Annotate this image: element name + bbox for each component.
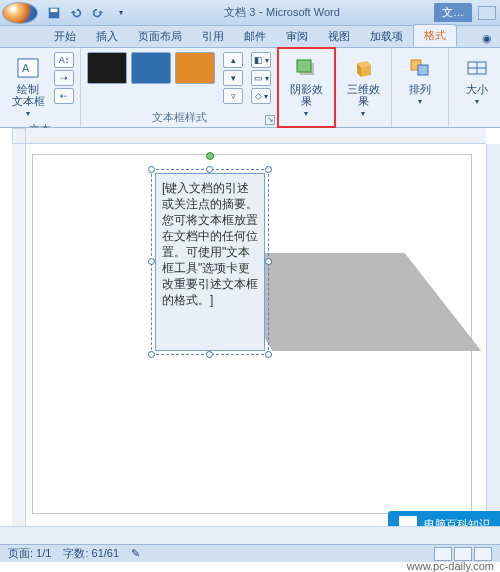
resize-handle-l[interactable] xyxy=(148,258,155,265)
qat-customize-icon[interactable] xyxy=(110,3,130,23)
arrange-icon xyxy=(405,55,435,81)
style-swatch-2[interactable] xyxy=(131,52,171,84)
resize-handle-bl[interactable] xyxy=(148,351,155,358)
shape-fill-button[interactable]: ◧ xyxy=(251,52,271,68)
title-bar: 文档 3 - Microsoft Word 文… xyxy=(0,0,500,26)
group-textbox-styles: ▴ ▾ ▿ ◧ ▭ ◇ 文本框样式 ↘ xyxy=(81,48,278,127)
svg-rect-5 xyxy=(297,60,311,72)
ruler-toggle-button[interactable] xyxy=(12,128,26,144)
chevron-down-icon: ▾ xyxy=(304,109,308,118)
resize-handle-b[interactable] xyxy=(206,351,213,358)
svg-marker-8 xyxy=(361,65,371,77)
create-link-button[interactable]: ⇢ xyxy=(54,70,74,86)
svg-rect-10 xyxy=(418,65,428,75)
group-arrange: 排列 ▾ xyxy=(392,48,449,127)
horizontal-ruler[interactable] xyxy=(26,128,486,144)
quick-access-toolbar xyxy=(44,3,130,23)
shape-outline-button[interactable]: ▭ xyxy=(251,70,271,86)
view-controls xyxy=(434,547,492,561)
tab-insert[interactable]: 插入 xyxy=(86,26,128,47)
ribbon-tabs: 开始 插入 页面布局 引用 邮件 审阅 视图 加载项 格式 ◉ xyxy=(0,26,500,48)
minimize-button[interactable] xyxy=(478,6,496,20)
app-name: Microsoft Word xyxy=(266,6,340,18)
status-bar: 页面: 1/1 字数: 61/61 ✎ xyxy=(0,544,500,562)
tab-home[interactable]: 开始 xyxy=(44,26,86,47)
draw-textbox-label: 绘制 文本框 xyxy=(12,83,45,107)
style-swatch-3[interactable] xyxy=(175,52,215,84)
styles-row-up-button[interactable]: ▴ xyxy=(223,52,243,68)
help-icon[interactable]: ◉ xyxy=(482,32,500,47)
resize-handle-br[interactable] xyxy=(265,351,272,358)
style-swatch-1[interactable] xyxy=(87,52,127,84)
size-icon xyxy=(462,55,492,81)
office-button[interactable] xyxy=(2,2,38,24)
tab-addins[interactable]: 加载项 xyxy=(360,26,413,47)
tab-references[interactable]: 引用 xyxy=(192,26,234,47)
styles-launcher-icon[interactable]: ↘ xyxy=(265,115,275,125)
horizontal-scrollbar[interactable] xyxy=(0,526,500,544)
save-icon[interactable] xyxy=(44,3,64,23)
status-words[interactable]: 字数: 61/61 xyxy=(63,546,119,561)
styles-row-down-button[interactable]: ▾ xyxy=(223,70,243,86)
arrange-button[interactable]: 排列 ▾ xyxy=(398,52,442,109)
chevron-down-icon: ▾ xyxy=(26,109,30,118)
group-3d-effects: 三维效果 ▾ xyxy=(335,48,392,127)
document-area: [键入文档的引述或关注点的摘要。您可将文本框放置在文档中的任何位置。可使用"文本… xyxy=(0,128,500,526)
group-shadow-effects: 阴影效果 ▾ xyxy=(278,48,335,127)
redo-icon[interactable] xyxy=(88,3,108,23)
view-print-layout-button[interactable] xyxy=(434,547,452,561)
chevron-down-icon: ▾ xyxy=(361,109,365,118)
shadow-icon xyxy=(291,55,321,81)
text-box[interactable]: [键入文档的引述或关注点的摘要。您可将文本框放置在文档中的任何位置。可使用"文本… xyxy=(155,173,265,351)
tab-review[interactable]: 审阅 xyxy=(276,26,318,47)
draw-textbox-button[interactable]: A 绘制 文本框 ▾ xyxy=(6,52,50,121)
3d-effects-label: 三维效果 xyxy=(344,83,382,107)
styles-more-button[interactable]: ▿ xyxy=(223,88,243,104)
textbox-icon: A xyxy=(13,55,43,81)
chevron-down-icon: ▾ xyxy=(475,97,479,106)
tab-view[interactable]: 视图 xyxy=(318,26,360,47)
shadow-effects-button[interactable]: 阴影效果 ▾ xyxy=(284,52,328,121)
shadow-effects-label: 阴影效果 xyxy=(287,83,325,107)
svg-text:A: A xyxy=(22,62,30,74)
vertical-ruler[interactable] xyxy=(12,144,26,526)
tab-mailings[interactable]: 邮件 xyxy=(234,26,276,47)
status-page[interactable]: 页面: 1/1 xyxy=(8,546,51,561)
doc-name: 文档 3 xyxy=(224,6,255,18)
window-title: 文档 3 - Microsoft Word xyxy=(130,5,434,20)
chevron-down-icon: ▾ xyxy=(418,97,422,106)
resize-handle-t[interactable] xyxy=(206,166,213,173)
svg-rect-1 xyxy=(51,8,58,12)
rotate-handle[interactable] xyxy=(206,152,214,160)
view-web-layout-button[interactable] xyxy=(474,547,492,561)
group-size: 大小 ▾ xyxy=(449,48,500,127)
page[interactable]: [键入文档的引述或关注点的摘要。您可将文本框放置在文档中的任何位置。可使用"文本… xyxy=(32,154,472,514)
text-direction-button[interactable]: A↕ xyxy=(54,52,74,68)
tab-pagelayout[interactable]: 页面布局 xyxy=(128,26,192,47)
break-link-button[interactable]: ⇠ xyxy=(54,88,74,104)
size-label: 大小 xyxy=(466,83,488,95)
undo-icon[interactable] xyxy=(66,3,86,23)
cube-icon xyxy=(348,55,378,81)
arrange-label: 排列 xyxy=(409,83,431,95)
resize-handle-tr[interactable] xyxy=(265,166,272,173)
contextual-tab-label[interactable]: 文… xyxy=(434,3,472,22)
group-text: A 绘制 文本框 ▾ A↕ ⇢ ⇠ 文本 xyxy=(0,48,81,127)
status-language-icon[interactable]: ✎ xyxy=(131,547,140,560)
tab-format[interactable]: 格式 xyxy=(413,24,457,47)
group-styles-label: 文本框样式 xyxy=(87,109,271,125)
3d-effects-button[interactable]: 三维效果 ▾ xyxy=(341,52,385,121)
view-full-screen-button[interactable] xyxy=(454,547,472,561)
ribbon: A 绘制 文本框 ▾ A↕ ⇢ ⇠ 文本 ▴ ▾ ▿ xyxy=(0,48,500,128)
size-button[interactable]: 大小 ▾ xyxy=(455,52,499,109)
change-shape-button[interactable]: ◇ xyxy=(251,88,271,104)
resize-handle-tl[interactable] xyxy=(148,166,155,173)
vertical-scrollbar[interactable] xyxy=(486,144,500,526)
